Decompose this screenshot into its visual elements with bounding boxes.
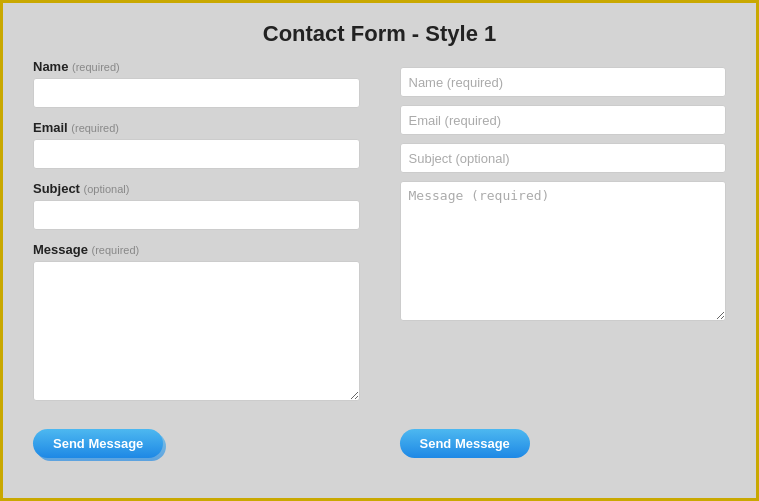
message-label: Message (required) <box>33 242 360 257</box>
right-name-field-group <box>400 67 727 97</box>
message-field-group: Message (required) <box>33 242 360 405</box>
right-send-button[interactable]: Send Message <box>400 429 530 458</box>
right-email-input[interactable] <box>400 105 727 135</box>
right-button-area: Send Message <box>380 429 727 458</box>
name-input[interactable] <box>33 78 360 108</box>
email-label: Email (required) <box>33 120 360 135</box>
name-field-group: Name (required) <box>33 59 360 108</box>
page-title: Contact Form - Style 1 <box>3 3 756 59</box>
left-send-button[interactable]: Send Message <box>33 429 163 458</box>
right-message-field-group <box>400 181 727 325</box>
right-name-input[interactable] <box>400 67 727 97</box>
right-form <box>380 59 727 417</box>
right-email-field-group <box>400 105 727 135</box>
subject-field-group: Subject (optional) <box>33 181 360 230</box>
email-field-group: Email (required) <box>33 120 360 169</box>
right-subject-input[interactable] <box>400 143 727 173</box>
left-send-button-container: Send Message Send Message <box>33 429 163 458</box>
subject-input[interactable] <box>33 200 360 230</box>
left-form: Name (required) Email (required) Subject… <box>33 59 380 417</box>
right-subject-field-group <box>400 143 727 173</box>
subject-label: Subject (optional) <box>33 181 360 196</box>
message-textarea[interactable] <box>33 261 360 401</box>
name-label: Name (required) <box>33 59 360 74</box>
right-message-textarea[interactable] <box>400 181 727 321</box>
left-button-area: Send Message Send Message <box>33 429 380 458</box>
email-input[interactable] <box>33 139 360 169</box>
